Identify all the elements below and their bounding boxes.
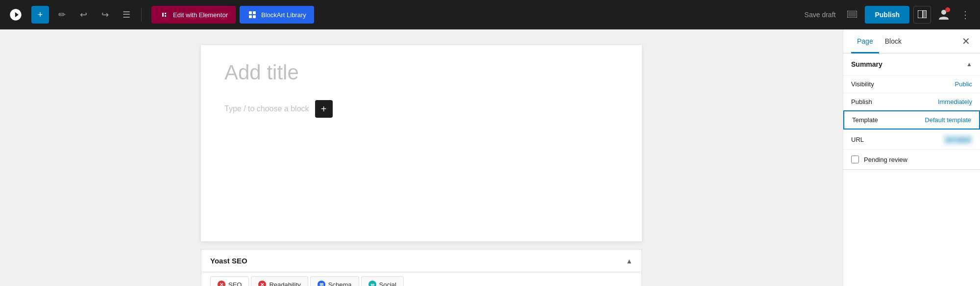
- publish-row-label: Publish: [851, 98, 872, 105]
- schema-tab-label: Schema: [328, 281, 352, 286]
- save-draft-button[interactable]: Save draft: [801, 11, 840, 19]
- svg-rect-6: [249, 15, 252, 18]
- editor-area: Add title Type / to choose a block + Yoa…: [0, 29, 843, 286]
- sidebar-close-button[interactable]: ✕: [960, 35, 972, 47]
- editor-canvas: Add title Type / to choose a block +: [201, 45, 642, 241]
- toolbar-right: Save draft Publish: [801, 6, 974, 24]
- pending-review-checkbox[interactable]: [851, 156, 859, 163]
- svg-rect-1: [162, 13, 164, 17]
- svg-rect-11: [923, 10, 927, 18]
- yoast-tab-schema[interactable]: ⊞ Schema: [310, 276, 359, 286]
- more-options-button[interactable]: ⋮: [956, 6, 974, 24]
- summary-section: Summary ▲ Visibility Public Publish Imme…: [843, 53, 980, 170]
- user-avatar: [937, 7, 951, 23]
- title-area[interactable]: Add title: [201, 45, 642, 92]
- template-label: Template: [852, 116, 878, 124]
- undo-button[interactable]: ↩: [74, 6, 92, 24]
- publish-row: Publish Immediately: [843, 93, 980, 110]
- inline-add-block-button[interactable]: +: [315, 100, 333, 118]
- publish-value[interactable]: Immediately: [938, 98, 972, 105]
- wp-logo: [6, 5, 25, 25]
- yoast-tabs: ✕ SEO ✕ Readability ⊞ Schema ⇔ Social: [201, 272, 641, 286]
- yoast-panel: Yoast SEO ▲ ✕ SEO ✕ Readability ⊞ Schema…: [201, 249, 642, 286]
- undo-icon: ↩: [80, 9, 87, 20]
- elementor-icon: [159, 10, 169, 20]
- visibility-row: Visibility Public: [843, 75, 980, 93]
- preview-icon: [847, 11, 857, 19]
- redo-button[interactable]: ↪: [96, 6, 114, 24]
- blockart-icon: [247, 10, 257, 20]
- svg-rect-7: [253, 15, 256, 18]
- seo-tab-label: SEO: [228, 281, 242, 286]
- yoast-tab-seo[interactable]: ✕ SEO: [210, 276, 249, 286]
- sidebar: Page Block ✕ Summary ▲ Visibility Public…: [843, 29, 980, 286]
- readability-tab-icon: ✕: [258, 281, 266, 286]
- elementor-button[interactable]: Edit with Elementor: [151, 6, 236, 24]
- preview-button[interactable]: [843, 6, 861, 24]
- svg-rect-9: [848, 12, 856, 17]
- yoast-panel-title: Yoast SEO: [210, 257, 247, 265]
- pending-review-row: Pending review: [843, 149, 980, 169]
- template-row: Template Default template: [843, 110, 980, 130]
- tab-block[interactable]: Block: [879, 29, 907, 53]
- close-icon: ✕: [962, 36, 970, 47]
- redo-icon: ↪: [101, 9, 109, 20]
- toolbar: + ✏ ↩ ↪ ☰ Edit with Elementor: [0, 0, 980, 29]
- tab-page[interactable]: Page: [851, 29, 879, 53]
- blockart-label: BlockArt Library: [261, 11, 306, 19]
- summary-chevron-icon: ▲: [966, 61, 972, 68]
- more-icon: ⋮: [960, 9, 970, 21]
- seo-tab-icon: ✕: [218, 281, 225, 286]
- visibility-label: Visibility: [851, 80, 874, 88]
- yoast-tab-social[interactable]: ⇔ Social: [361, 276, 404, 286]
- add-block-button[interactable]: +: [31, 6, 49, 24]
- svg-point-15: [945, 7, 950, 12]
- svg-point-0: [160, 10, 169, 19]
- svg-rect-3: [165, 15, 166, 17]
- list-icon: ☰: [122, 9, 130, 20]
- pen-tool-button[interactable]: ✏: [53, 6, 71, 24]
- url-row: URL url-value: [843, 130, 980, 149]
- summary-title: Summary: [851, 60, 882, 68]
- list-view-button[interactable]: ☰: [118, 6, 135, 24]
- title-placeholder[interactable]: Add title: [224, 61, 618, 84]
- visibility-value[interactable]: Public: [955, 80, 972, 88]
- sidebar-tabs: Page Block ✕: [843, 29, 980, 53]
- publish-button[interactable]: Publish: [865, 6, 909, 24]
- svg-rect-5: [253, 11, 256, 14]
- url-label: URL: [851, 136, 864, 143]
- plus-icon: +: [38, 10, 43, 20]
- sidebar-toggle-button[interactable]: [913, 6, 931, 24]
- readability-tab-label: Readability: [269, 281, 300, 286]
- url-value[interactable]: url-value: [944, 135, 972, 144]
- yoast-chevron-icon: ▲: [626, 257, 633, 265]
- elementor-label: Edit with Elementor: [173, 11, 228, 19]
- social-tab-icon: ⇔: [368, 281, 376, 286]
- sidebar-icon: [918, 10, 927, 20]
- schema-tab-icon: ⊞: [318, 281, 325, 286]
- template-value[interactable]: Default template: [925, 116, 971, 124]
- pen-icon: ✏: [58, 9, 66, 20]
- main-area: Add title Type / to choose a block + Yoa…: [0, 29, 980, 286]
- avatar-button[interactable]: [935, 6, 953, 24]
- blockart-button[interactable]: BlockArt Library: [240, 6, 314, 24]
- summary-section-header[interactable]: Summary ▲: [843, 53, 980, 75]
- content-placeholder[interactable]: Type / to choose a block: [224, 104, 309, 113]
- yoast-panel-header[interactable]: Yoast SEO ▲: [201, 250, 641, 272]
- inline-plus-icon: +: [321, 104, 327, 115]
- svg-rect-2: [165, 13, 166, 14]
- content-area: Type / to choose a block +: [201, 92, 642, 126]
- separator-1: [141, 8, 142, 22]
- pending-review-label: Pending review: [864, 156, 907, 163]
- yoast-tab-readability[interactable]: ✕ Readability: [251, 276, 308, 286]
- svg-rect-4: [249, 11, 252, 14]
- social-tab-label: Social: [379, 281, 396, 286]
